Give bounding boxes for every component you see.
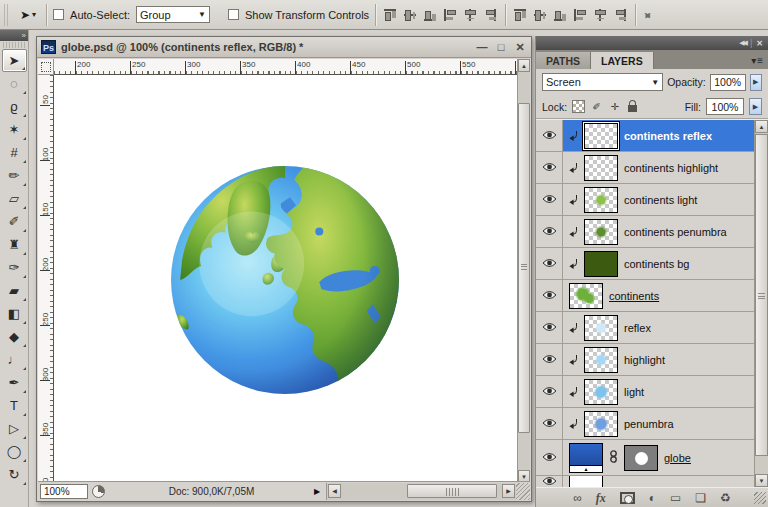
clone-stamp-tool[interactable]: ♜	[2, 233, 27, 256]
layer-visibility-cell[interactable]	[536, 248, 563, 279]
lock-transparency-icon[interactable]	[572, 100, 585, 113]
align-vertical-centers-icon[interactable]	[402, 7, 419, 22]
distribute-left-edges-icon[interactable]	[572, 7, 589, 22]
eye-icon[interactable]	[542, 322, 557, 334]
pen-tool[interactable]: ✒	[2, 371, 27, 394]
eye-icon[interactable]	[542, 194, 557, 206]
layer-thumbnail[interactable]	[584, 187, 618, 213]
move-tool[interactable]: ➤	[2, 49, 27, 72]
layer-thumbnail[interactable]	[584, 315, 618, 341]
show-transform-controls-checkbox[interactable]	[228, 9, 239, 20]
layer-name[interactable]: penumbra	[624, 418, 674, 430]
layer-row[interactable]: continents light	[536, 184, 754, 216]
eraser-tool[interactable]: ▰	[2, 279, 27, 302]
layer-visibility-cell[interactable]	[536, 216, 563, 247]
eye-icon[interactable]	[542, 418, 557, 430]
layer-name[interactable]: continents reflex	[624, 130, 712, 142]
scroll-up-icon[interactable]: ▲	[518, 59, 530, 72]
history-brush-tool[interactable]: ✑	[2, 256, 27, 279]
link-mask-icon[interactable]	[609, 450, 618, 465]
dodge-tool[interactable]: ♩	[2, 348, 27, 371]
layer-row-content[interactable]: penumbra	[563, 408, 754, 439]
layer-thumbnail[interactable]	[584, 155, 618, 181]
blur-tool[interactable]: ◆	[2, 325, 27, 348]
auto-select-target-dropdown[interactable]: Group ▼	[136, 6, 210, 23]
scroll-left-icon[interactable]: ◀	[328, 484, 341, 498]
brush-tool[interactable]: ✐	[2, 210, 27, 233]
fill-input[interactable]: 100%	[706, 98, 744, 115]
layer-row-content[interactable]: light	[563, 376, 754, 407]
status-flyout-button[interactable]: ▶	[314, 487, 326, 496]
layer-name[interactable]: light	[624, 386, 644, 398]
layer-row[interactable]: continents bg	[536, 248, 754, 280]
tab-layers[interactable]: LAYERS	[591, 52, 654, 69]
magic-wand-tool[interactable]: ✶	[2, 118, 27, 141]
eye-icon[interactable]	[542, 476, 557, 487]
layer-row-content[interactable]: highlight	[563, 344, 754, 375]
layer-row-content[interactable]: continents bg	[563, 248, 754, 279]
layer-name[interactable]: globe	[664, 452, 691, 464]
horizontal-scrollbar[interactable]: ◀ ▶	[326, 483, 516, 500]
distribute-horizontal-centers-icon[interactable]	[592, 7, 609, 22]
layer-name[interactable]: continents penumbra	[624, 226, 727, 238]
layer-thumbnail[interactable]	[569, 283, 603, 309]
eye-icon[interactable]	[542, 452, 557, 464]
auto-select-checkbox[interactable]	[53, 9, 64, 20]
vertical-scrollbar-thumb[interactable]	[518, 103, 530, 433]
layer-name[interactable]: continents highlight	[624, 162, 718, 174]
layer-row-content[interactable]	[563, 476, 754, 487]
layer-visibility-cell[interactable]	[536, 152, 563, 183]
distribute-right-edges-icon[interactable]	[612, 7, 629, 22]
layer-visibility-cell[interactable]	[536, 312, 563, 343]
layer-style-icon[interactable]: fx	[596, 491, 606, 505]
vertical-scrollbar[interactable]: ▲ ▼	[517, 59, 530, 483]
layer-thumbnail[interactable]	[584, 219, 618, 245]
tab-paths[interactable]: PATHS	[536, 52, 591, 69]
fill-spinner-icon[interactable]: ▶	[749, 98, 762, 115]
lock-all-icon[interactable]	[626, 100, 639, 113]
layer-row[interactable]	[536, 476, 754, 487]
layer-row-content[interactable]: reflex	[563, 312, 754, 343]
window-resize-grip[interactable]	[516, 483, 530, 500]
horizontal-scrollbar-thumb[interactable]	[407, 484, 497, 498]
delete-layer-icon[interactable]: ♻	[720, 491, 731, 505]
scroll-down-icon[interactable]: ▼	[755, 474, 768, 487]
layer-visibility-cell[interactable]	[536, 344, 563, 375]
distribute-top-edges-icon[interactable]	[512, 7, 529, 22]
close-button[interactable]: ✕	[513, 41, 527, 54]
add-layer-mask-icon[interactable]	[620, 492, 635, 504]
layer-name[interactable]: highlight	[624, 354, 665, 366]
layer-thumbnail[interactable]	[584, 411, 618, 437]
new-group-icon[interactable]: ▭	[670, 491, 681, 505]
layer-name[interactable]: reflex	[624, 322, 651, 334]
align-left-edges-icon[interactable]	[442, 7, 459, 22]
tool-preset-picker[interactable]: ➤ ▾	[16, 6, 40, 24]
minimize-button[interactable]: —	[475, 41, 489, 53]
blend-mode-dropdown[interactable]: Screen ▼	[542, 73, 663, 91]
layer-row-content[interactable]: ▴globe	[563, 440, 754, 475]
layer-name[interactable]: continents	[609, 290, 659, 302]
layers-scrollbar-thumb[interactable]	[755, 134, 768, 456]
lock-position-icon[interactable]: ✛	[608, 100, 621, 113]
distribute-bottom-edges-icon[interactable]	[552, 7, 569, 22]
eye-icon[interactable]	[542, 386, 557, 398]
layer-visibility-cell[interactable]	[536, 440, 563, 475]
3d-rotate-tool[interactable]: ↻	[2, 463, 27, 486]
layer-row-content[interactable]: continents reflex	[563, 120, 754, 151]
layer-row[interactable]: continents highlight	[536, 152, 754, 184]
crop-tool[interactable]: #	[2, 141, 27, 164]
tools-panel-grip[interactable]	[3, 42, 25, 48]
panel-menu-icon[interactable]: ▾≡	[751, 55, 764, 66]
layer-name[interactable]: continents light	[624, 194, 697, 206]
eye-icon[interactable]	[542, 130, 557, 142]
layer-row[interactable]: continents	[536, 280, 754, 312]
layer-name[interactable]: continents bg	[624, 258, 689, 270]
layer-thumbnail[interactable]	[584, 251, 618, 277]
layer-visibility-cell[interactable]	[536, 408, 563, 439]
lasso-tool[interactable]: ϱ	[2, 95, 27, 118]
link-layers-icon[interactable]: ∞	[573, 491, 582, 505]
layers-scrollbar[interactable]: ▲ ▼	[754, 120, 768, 487]
gradient-tool[interactable]: ◧	[2, 302, 27, 325]
layer-row[interactable]: light	[536, 376, 754, 408]
align-horizontal-centers-icon[interactable]	[462, 7, 479, 22]
